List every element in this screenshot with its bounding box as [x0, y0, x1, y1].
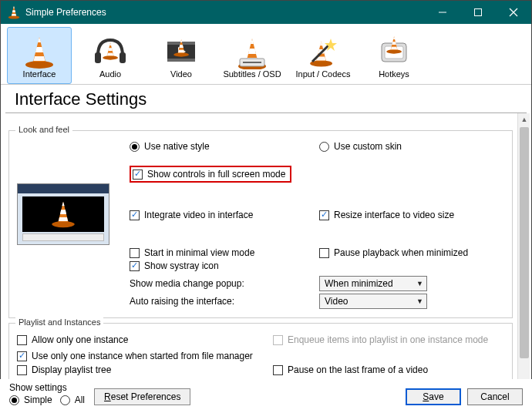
radio-custom-skin[interactable]: Use custom skin	[319, 141, 402, 152]
checkbox-one-instance-file-manager[interactable]: Use only one instance when started from …	[17, 351, 253, 361]
checkbox-resize-to-video[interactable]: Resize interface to video size	[319, 210, 454, 220]
tab-codecs[interactable]: Input / Codecs	[291, 27, 355, 84]
tab-label: Audio	[99, 69, 121, 79]
highlight-box: Show controls in full screen mode	[130, 166, 291, 183]
checkbox-label: Show systray icon	[144, 260, 219, 271]
radio-label: Use custom skin	[334, 141, 402, 152]
cancel-button[interactable]: Cancel	[467, 388, 523, 405]
page-title: Interface Settings	[5, 85, 527, 113]
label-auto-raise: Auto raising the interface:	[130, 296, 234, 307]
scroll-up-icon[interactable]: ▲	[518, 113, 530, 126]
reset-preferences-button[interactable]: Reset Preferences	[94, 388, 190, 405]
dropdown-media-change-popup[interactable]: When minimized ▼	[319, 276, 427, 291]
tab-hotkeys[interactable]: Hotkeys	[362, 27, 426, 84]
titlebar: Simple Preferences	[1, 1, 531, 24]
checkbox-show-controls-fullscreen[interactable]: Show controls in full screen mode	[133, 169, 285, 180]
tab-label: Input / Codecs	[296, 69, 351, 79]
group-title: Look and feel	[15, 125, 72, 134]
checkbox-label: Pause playback when minimized	[334, 247, 468, 258]
tab-label: Interface	[23, 69, 56, 79]
film-icon	[164, 37, 198, 68]
checkbox-label: Use only one instance when started from …	[32, 351, 253, 361]
label-media-change-popup: Show media change popup:	[130, 278, 244, 289]
maximize-button[interactable]	[460, 1, 496, 24]
checkbox-label: Pause on the last frame of a video	[288, 364, 428, 375]
headphones-icon	[93, 37, 127, 68]
group-look-and-feel: Look and feel Use native style Use custo…	[8, 130, 513, 318]
skin-preview-thumbnail	[17, 183, 109, 245]
checkbox-label: Enqueue items into playlist in one insta…	[288, 334, 488, 345]
settings-body: Look and feel Use native style Use custo…	[1, 113, 531, 391]
footer: Show settings Simple All Reset Preferenc…	[0, 379, 532, 413]
checkbox-pause-last-frame[interactable]: Pause on the last frame of a video	[273, 364, 428, 375]
wand-icon	[306, 37, 340, 68]
tab-interface[interactable]: Interface	[7, 27, 72, 84]
app-icon	[7, 5, 21, 19]
category-tabs: Interface Audio Video Subtitles / O	[1, 24, 531, 85]
checkbox-start-minimal[interactable]: Start in minimal view mode	[130, 247, 254, 258]
tab-video[interactable]: Video	[149, 27, 214, 84]
subtitles-icon	[235, 37, 269, 68]
chevron-down-icon: ▼	[416, 297, 423, 305]
radio-label: Simple	[24, 395, 52, 405]
tab-label: Video	[170, 69, 192, 79]
vertical-scrollbar[interactable]: ▲ ▼	[517, 113, 530, 391]
tab-label: Subtitles / OSD	[223, 69, 281, 79]
save-button[interactable]: Save	[406, 388, 461, 405]
checkbox-integrate-video[interactable]: Integrate video in interface	[130, 210, 253, 220]
group-playlist-instances: Playlist and Instances Allow only one in…	[8, 323, 513, 388]
dropdown-value: Video	[325, 296, 348, 307]
checkbox-allow-one-instance[interactable]: Allow only one instance	[17, 334, 128, 345]
radio-native-style[interactable]: Use native style	[130, 141, 210, 152]
checkbox-label: Show controls in full screen mode	[147, 169, 285, 180]
keyboard-icon	[377, 37, 411, 68]
close-button[interactable]	[496, 1, 531, 24]
svg-rect-16	[475, 9, 482, 16]
tab-label: Hotkeys	[379, 69, 409, 79]
window-title: Simple Preferences	[25, 7, 425, 18]
tab-audio[interactable]: Audio	[78, 27, 143, 84]
tab-subtitles[interactable]: Subtitles / OSD	[220, 27, 285, 84]
checkbox-display-playlist-tree[interactable]: Display playlist tree	[17, 364, 111, 375]
button-label-rest: ave	[429, 391, 443, 402]
scroll-thumb[interactable]	[520, 127, 529, 358]
checkbox-show-systray[interactable]: Show systray icon	[130, 260, 219, 271]
checkbox-label: Resize interface to video size	[334, 210, 454, 220]
group-title: Playlist and Instances	[15, 317, 103, 327]
dropdown-value: When minimized	[325, 278, 393, 289]
show-settings-label: Show settings	[9, 382, 85, 393]
checkbox-label: Start in minimal view mode	[144, 247, 254, 258]
minimize-button[interactable]	[425, 1, 460, 24]
button-label-rest: eset Preferences	[111, 391, 181, 402]
show-settings-group: Show settings Simple All	[9, 382, 85, 405]
button-label: Cancel	[480, 391, 509, 402]
checkbox-label: Display playlist tree	[32, 364, 111, 375]
checkbox-label: Integrate video in interface	[144, 210, 253, 220]
radio-show-simple[interactable]: Simple	[9, 395, 52, 405]
radio-label: All	[75, 395, 85, 405]
radio-label: Use native style	[144, 141, 210, 152]
cone-icon	[22, 37, 56, 68]
chevron-down-icon: ▼	[416, 280, 423, 287]
radio-show-all[interactable]: All	[60, 395, 85, 405]
checkbox-enqueue-one-instance: Enqueue items into playlist in one insta…	[273, 334, 488, 345]
checkbox-pause-minimized[interactable]: Pause playback when minimized	[319, 247, 468, 258]
dropdown-auto-raise[interactable]: Video ▼	[319, 294, 427, 309]
checkbox-label: Allow only one instance	[32, 334, 128, 345]
